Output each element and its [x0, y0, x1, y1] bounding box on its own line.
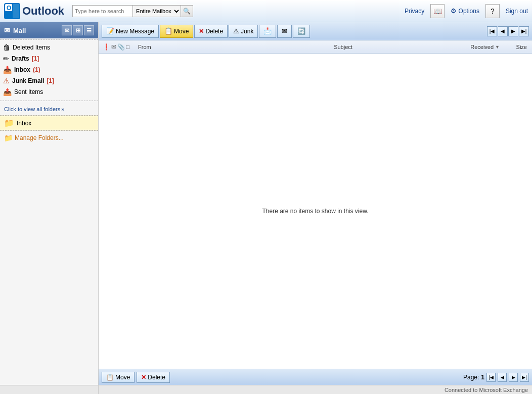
bottom-move-icon: 📋: [106, 374, 114, 381]
delete-label: Delete: [205, 28, 223, 35]
importance-icon[interactable]: ❗: [103, 43, 110, 51]
nav-prev-button[interactable]: ◀: [498, 26, 508, 36]
attachment-icon[interactable]: 📎: [117, 43, 125, 51]
delete-button[interactable]: ✕ Delete: [194, 25, 228, 38]
bottom-delete-button[interactable]: ✕ Delete: [137, 372, 170, 383]
status-bar: Connected to Microsoft Exchange: [99, 385, 532, 394]
folder-item-sent[interactable]: 📤 Sent Items: [0, 86, 98, 97]
topbar: O Outlook Entire MailboxInboxSent Items …: [0, 0, 532, 22]
junk-count: [1]: [47, 77, 54, 84]
forward-button[interactable]: ✉: [277, 25, 292, 38]
bottom-move-button[interactable]: 📋 Move: [102, 372, 135, 383]
reply-button[interactable]: 📩: [259, 25, 276, 38]
col-size-header[interactable]: Size: [500, 44, 530, 50]
sidebar-header-icons: ✉ ⊞ ☰: [62, 25, 94, 35]
junk-icon: ⚠: [3, 77, 10, 85]
deleted-items-icon: 🗑: [3, 43, 10, 52]
sidebar-bottom: [0, 385, 98, 394]
bottom-move-label: Move: [115, 374, 130, 381]
manage-folders-icon: 📁: [4, 134, 13, 142]
move-label: Move: [174, 28, 189, 35]
folder-item-inbox[interactable]: 📥 Inbox (1): [0, 64, 98, 75]
topbar-right: Privacy 📖 ⚙ Options ? Sign out: [405, 4, 528, 18]
col-subject-header[interactable]: Subject: [252, 44, 434, 50]
folder-item-junk[interactable]: ⚠ Junk Email [1]: [0, 75, 98, 86]
view-all-label: Click to view all folders: [4, 106, 60, 112]
sidebar: ✉ Mail ✉ ⊞ ☰ 🗑 Deleted Items ✏ Drafts [1…: [0, 22, 99, 394]
page-next-button[interactable]: ▶: [509, 373, 518, 382]
folder-item-deleted[interactable]: 🗑 Deleted Items: [0, 42, 98, 53]
page-prev-button[interactable]: ◀: [498, 373, 507, 382]
junk-toolbar-icon: ⚠: [233, 27, 239, 35]
forward-icon: ✉: [282, 27, 287, 35]
empty-message: There are no items to show in this view.: [262, 208, 368, 215]
sidebar-spacer: [0, 145, 98, 385]
received-label: Received: [470, 44, 494, 50]
toolbar-right: |◀ ◀ ▶ ▶|: [487, 26, 529, 36]
sidebar-view-grid-icon[interactable]: ⊞: [73, 25, 83, 35]
sidebar-view-list-icon[interactable]: ☰: [84, 25, 94, 35]
page-label: Page:: [463, 374, 479, 381]
sidebar-header: ✉ Mail ✉ ⊞ ☰: [0, 22, 98, 38]
inbox-selected-folder-icon: 📁: [4, 118, 14, 128]
bottom-toolbar: 📋 Move ✕ Delete Page: 1 |◀ ◀ ▶ ▶|: [99, 369, 532, 385]
inbox-count: (1): [33, 66, 40, 73]
sidebar-mail-icon: ✉: [4, 26, 10, 34]
refresh-button[interactable]: 🔄: [293, 25, 310, 38]
col-received-header[interactable]: Received ▼: [434, 44, 500, 50]
drafts-count: [1]: [32, 55, 39, 62]
inbox-label: Inbox: [14, 66, 30, 73]
page-first-button[interactable]: |◀: [486, 373, 496, 382]
new-message-icon: 📝: [106, 27, 114, 35]
manage-folders-link[interactable]: 📁 Manage Folders...: [0, 131, 98, 145]
folder-list: 🗑 Deleted Items ✏ Drafts [1] 📥 Inbox (1)…: [0, 41, 98, 98]
delete-icon: ✕: [199, 28, 204, 35]
sent-items-icon: 📤: [3, 88, 12, 96]
svg-text:O: O: [7, 5, 11, 12]
status-message: Connected to Microsoft Exchange: [445, 387, 528, 393]
read-icon[interactable]: ✉: [111, 43, 116, 51]
search-scope-select[interactable]: Entire MailboxInboxSent Items: [133, 5, 181, 17]
outlook-logo-icon: O: [4, 3, 20, 19]
logo-text: Outlook: [22, 5, 64, 18]
email-list: There are no items to show in this view.: [99, 54, 532, 369]
view-all-folders-link[interactable]: Click to view all folders »: [0, 103, 98, 115]
logo: O Outlook: [4, 3, 64, 19]
bottom-right: Page: 1 |◀ ◀ ▶ ▶|: [463, 373, 529, 382]
chevron-down-icon: »: [61, 106, 64, 112]
nav-last-button[interactable]: ▶|: [519, 26, 529, 36]
new-message-button[interactable]: 📝 New Message: [102, 25, 159, 38]
options-link[interactable]: ⚙ Options: [451, 7, 479, 15]
sidebar-view-envelope-icon[interactable]: ✉: [62, 25, 72, 35]
move-button[interactable]: 📋 Move: [160, 25, 193, 38]
search-input[interactable]: [72, 5, 133, 17]
search-area: Entire MailboxInboxSent Items 🔍: [72, 5, 193, 17]
sidebar-top-separator: [0, 39, 98, 40]
inbox-icon: 📥: [3, 66, 12, 74]
page-last-button[interactable]: ▶|: [520, 373, 529, 382]
folder-item-drafts[interactable]: ✏ Drafts [1]: [0, 53, 98, 64]
sort-arrow-icon: ▼: [495, 44, 500, 50]
bottom-delete-icon: ✕: [141, 374, 146, 381]
table-header: ❗ ✉ 📎 □ From Subject Received ▼ Size: [99, 40, 532, 54]
inbox-selected-label: Inbox: [17, 120, 31, 127]
flag-icon[interactable]: □: [126, 43, 129, 51]
signout-link[interactable]: Sign out: [506, 8, 528, 15]
bottom-delete-label: Delete: [148, 374, 165, 381]
nav-next-button[interactable]: ▶: [508, 26, 518, 36]
col-from-header[interactable]: From: [136, 44, 252, 50]
help-icon-btn[interactable]: ?: [485, 4, 500, 18]
deleted-items-label: Deleted Items: [13, 44, 50, 51]
search-button[interactable]: 🔍: [181, 5, 193, 17]
folder-list-bottom-separator: [0, 101, 98, 101]
table-col-icons: ❗ ✉ 📎 □: [101, 43, 136, 51]
book-icon-btn[interactable]: 📖: [430, 4, 445, 18]
sent-items-label: Sent Items: [14, 88, 43, 95]
main-layout: ✉ Mail ✉ ⊞ ☰ 🗑 Deleted Items ✏ Drafts [1…: [0, 22, 532, 394]
privacy-link[interactable]: Privacy: [405, 8, 424, 15]
nav-first-button[interactable]: |◀: [487, 26, 497, 36]
drafts-label: Drafts: [12, 55, 29, 62]
junk-button[interactable]: ⚠ Junk: [229, 25, 258, 38]
inbox-selected-item[interactable]: 📁 Inbox: [0, 116, 98, 130]
page-number: 1: [481, 374, 484, 381]
